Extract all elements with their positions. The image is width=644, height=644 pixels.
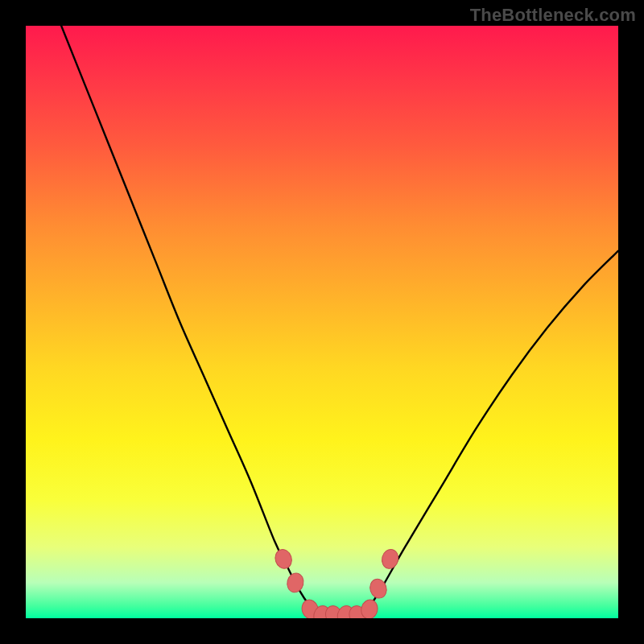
watermark-text: TheBottleneck.com	[470, 5, 636, 26]
marker-point	[285, 572, 305, 594]
marker-point	[273, 547, 294, 571]
chart-plot-area	[26, 26, 618, 618]
markers-group	[273, 547, 400, 618]
chart-svg	[26, 26, 618, 618]
marker-point	[380, 547, 400, 570]
bottleneck-curve-line	[61, 26, 618, 618]
marker-point	[359, 598, 379, 618]
outer-frame: TheBottleneck.com	[0, 0, 644, 644]
